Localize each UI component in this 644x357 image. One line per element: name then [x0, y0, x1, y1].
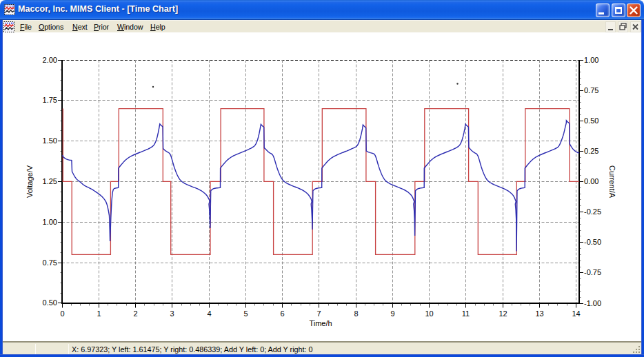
- svg-text:-0.25: -0.25: [584, 207, 601, 216]
- svg-text:0.50: 0.50: [43, 298, 57, 307]
- svg-text:9: 9: [390, 309, 394, 318]
- svg-text:12: 12: [499, 309, 507, 318]
- svg-text:1.00: 1.00: [43, 218, 57, 226]
- svg-text:2.00: 2.00: [43, 56, 57, 64]
- svg-text:-0.75: -0.75: [584, 268, 601, 276]
- svg-text:4: 4: [207, 309, 211, 318]
- svg-text:5: 5: [243, 309, 248, 318]
- svg-text:11: 11: [462, 309, 470, 318]
- svg-text:0.75: 0.75: [43, 258, 57, 267]
- svg-text:1.50: 1.50: [43, 136, 57, 145]
- svg-text:10: 10: [425, 309, 433, 318]
- svg-text:8: 8: [354, 309, 358, 318]
- svg-text:-0.50: -0.50: [584, 238, 601, 246]
- svg-text:7: 7: [316, 309, 321, 318]
- svg-text:1: 1: [97, 309, 101, 318]
- svg-text:-1.00: -1.00: [584, 299, 601, 307]
- svg-text:Time/h: Time/h: [309, 319, 332, 327]
- svg-text:0.00: 0.00: [584, 177, 598, 185]
- svg-text:0.75: 0.75: [584, 86, 598, 94]
- svg-text:1.00: 1.00: [584, 56, 598, 64]
- svg-text:0.50: 0.50: [584, 116, 598, 125]
- svg-text:2: 2: [133, 309, 137, 318]
- svg-text:Current/A: Current/A: [608, 165, 616, 198]
- svg-text:3: 3: [170, 309, 174, 318]
- svg-text:0.25: 0.25: [584, 147, 598, 155]
- svg-text:Voltage/V: Voltage/V: [26, 165, 34, 198]
- svg-text:1.25: 1.25: [43, 177, 57, 185]
- svg-text:14: 14: [572, 309, 580, 318]
- svg-text:0: 0: [60, 309, 64, 318]
- svg-text:1.75: 1.75: [43, 96, 57, 104]
- svg-text:13: 13: [535, 309, 543, 318]
- svg-text:6: 6: [280, 309, 284, 318]
